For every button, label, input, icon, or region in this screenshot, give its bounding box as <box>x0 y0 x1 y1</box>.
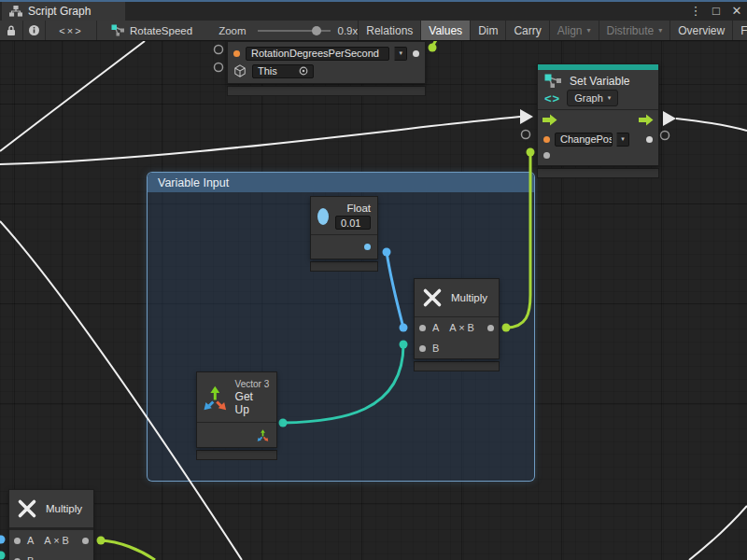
node-type-label: Vector 3 <box>235 379 270 389</box>
variable-name-dropdown[interactable]: ChangePos <box>555 133 613 147</box>
info-icon <box>28 24 40 36</box>
variable-name-dropdown[interactable]: RotationDegreesPerSecond <box>246 47 389 61</box>
overview-button[interactable]: Overview <box>669 21 732 40</box>
window-menu-icon[interactable]: ⋮ <box>689 2 702 21</box>
distribute-label: Distribute <box>607 24 655 37</box>
align-dropdown[interactable]: Align ▾ <box>549 21 599 40</box>
graph-breadcrumb[interactable]: RotateSpeed <box>97 21 192 40</box>
node-footer <box>196 450 277 460</box>
node-footer <box>414 361 500 371</box>
result-label: A × B <box>44 535 69 546</box>
zoom-slider-knob[interactable] <box>312 26 321 35</box>
node-title: Float <box>346 203 371 214</box>
variable-port[interactable] <box>543 136 550 143</box>
port-a-label: A <box>27 535 34 546</box>
chevron-down-icon: ▾ <box>608 94 612 102</box>
node-multiply-2[interactable]: Multiply A A × B B <box>8 489 94 560</box>
fullscreen-button[interactable]: Full Screen <box>732 21 747 40</box>
port-a-label: A <box>432 322 439 333</box>
graph-name: RotateSpeed <box>130 25 192 36</box>
zoom-label: Zoom <box>218 25 246 36</box>
node-set-variable[interactable]: Set Variable <> Graph ▾ <box>537 63 659 178</box>
lock-button[interactable] <box>0 21 23 40</box>
variable-name: ChangePos <box>560 133 613 145</box>
node-title: Get Up <box>235 390 270 416</box>
group-title: Variable Input <box>158 176 229 189</box>
result-output-port[interactable] <box>487 325 494 331</box>
hierarchy-icon <box>9 6 22 17</box>
tab-script-graph[interactable]: Script Graph <box>2 2 125 21</box>
chevron-down-icon[interactable]: ▾ <box>616 133 629 147</box>
float-value-input[interactable]: 0.01 <box>335 216 371 230</box>
script-graph-window: Script Graph ⋮ □ ✕ <×> <box>0 0 747 560</box>
chevron-down-icon[interactable]: ▾ <box>394 47 407 61</box>
scope-object-field[interactable]: This <box>252 64 314 78</box>
values-button[interactable]: Values <box>420 21 470 40</box>
window-maximize-icon[interactable]: □ <box>710 2 723 21</box>
vector3-icon <box>203 385 228 411</box>
vector3-output-port[interactable] <box>257 429 269 441</box>
result-label: A × B <box>449 322 474 333</box>
info-button[interactable] <box>23 21 47 40</box>
node-multiply[interactable]: Multiply A A × B B <box>414 278 500 371</box>
multiply-icon <box>16 497 38 520</box>
variable-kind-dropdown[interactable]: Graph ▾ <box>567 90 618 106</box>
relations-button[interactable]: Relations <box>358 21 420 40</box>
variable-name: RotationDegreesPerSecond <box>251 48 379 59</box>
node-footer <box>310 261 378 272</box>
zoom-slider[interactable] <box>258 30 331 32</box>
variable-port[interactable] <box>233 50 240 57</box>
object-picker-icon[interactable] <box>299 66 308 76</box>
graph-variable-icon <box>544 74 563 88</box>
carry-button[interactable]: Carry <box>505 21 548 40</box>
input-b-port[interactable] <box>419 345 426 352</box>
input-a-port[interactable] <box>419 325 426 331</box>
lock-icon <box>7 25 16 36</box>
flow-out-port[interactable] <box>639 114 654 126</box>
port-b-label: B <box>27 555 34 560</box>
scope-value: This <box>258 65 277 77</box>
graph-icon <box>111 24 125 36</box>
multiply-icon <box>421 287 444 309</box>
node-title: Multiply <box>451 292 487 303</box>
node-footer <box>537 168 659 178</box>
node-footer <box>227 86 426 96</box>
align-label: Align <box>557 24 583 37</box>
chevron-down-icon: ▾ <box>586 26 590 35</box>
code-view-button[interactable]: <×> <box>46 21 97 40</box>
chevron-down-icon: ▾ <box>658 26 662 35</box>
angle-brackets-icon: <> <box>544 91 560 105</box>
node-vector3-get-up[interactable]: Vector 3 Get Up <box>196 371 277 460</box>
node-title: Multiply <box>46 503 82 514</box>
graph-toolbar: <×> RotateSpeed Zoom 0.9x Relations Valu… <box>0 21 747 41</box>
port-b-label: B <box>432 343 439 354</box>
value-output-port[interactable] <box>413 50 419 57</box>
node-title: Set Variable <box>570 75 629 88</box>
cube-icon <box>233 64 247 77</box>
window-close-icon[interactable]: ✕ <box>730 2 743 21</box>
dim-button[interactable]: Dim <box>470 21 505 40</box>
float-type-icon <box>317 208 329 225</box>
result-output-port[interactable] <box>82 538 89 544</box>
node-get-variable[interactable]: RotationDegreesPerSecond ▾ This <box>227 41 426 96</box>
group-header[interactable]: Variable Input <box>148 173 534 192</box>
input-a-port[interactable] <box>14 538 21 544</box>
tab-title: Script Graph <box>28 5 91 18</box>
distribute-dropdown[interactable]: Distribute ▾ <box>599 21 670 40</box>
zoom-value: 0.9x <box>338 25 359 36</box>
variable-kind: Graph <box>574 92 603 104</box>
tab-bar: Script Graph ⋮ □ ✕ <box>0 0 747 21</box>
float-output-port[interactable] <box>364 244 371 250</box>
value-output-port[interactable] <box>646 136 653 143</box>
float-value: 0.01 <box>341 217 360 229</box>
value-input-port[interactable] <box>543 152 550 159</box>
node-float-literal[interactable]: Float 0.01 <box>310 196 378 272</box>
flow-in-port[interactable] <box>543 114 557 126</box>
